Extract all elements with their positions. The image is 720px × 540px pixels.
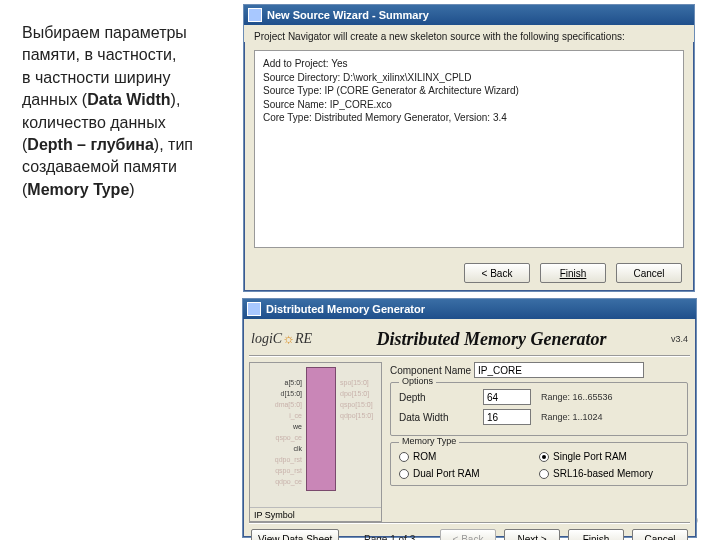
divider [249,355,690,356]
pin-label: dpo[15:0] [340,390,369,397]
generator-version: v3.4 [671,334,688,344]
radio-icon [399,469,409,479]
logicore-logo: logiC☼RE [251,331,312,347]
finish-button[interactable]: Finish [540,263,606,283]
pin-label: qdpo_ce [252,478,302,485]
pin-label: qdpo[15:0] [340,412,373,419]
data-width-range: Range: 1..1024 [541,412,603,422]
pin-label: i_ce [252,412,302,419]
view-datasheet-button[interactable]: View Data Sheet [251,529,339,540]
radio-dual-port[interactable]: Dual Port RAM [399,468,539,479]
pin-label: qspo_rst [252,467,302,474]
cancel-button[interactable]: Cancel [616,263,682,283]
radio-rom[interactable]: ROM [399,451,539,462]
wizard-info-box: Add to Project: Yes Source Directory: D:… [254,50,684,248]
wizard-title: New Source Wizard - Summary [267,9,429,21]
pin-label: clk [252,445,302,452]
pin-label: qspo_ce [252,434,302,441]
memory-type-group: Memory Type ROM Single Port RAM Dual Por… [390,442,688,486]
generator-heading: Distributed Memory Generator [312,329,671,350]
window-icon [248,8,262,22]
memory-generator-window: Distributed Memory Generator logiC☼RE Di… [242,298,697,538]
wizard-titlebar[interactable]: New Source Wizard - Summary [244,5,694,25]
radio-icon [399,452,409,462]
back-button[interactable]: < Back [464,263,530,283]
ip-symbol-tab[interactable]: IP Symbol [250,507,381,521]
window-icon [247,302,261,316]
depth-label: Depth [399,392,483,403]
pin-label: dma[5:0] [252,401,302,408]
data-width-label: Data Width [399,412,483,423]
radio-srl16[interactable]: SRL16-based Memory [539,468,679,479]
info-line: Core Type: Distributed Memory Generator,… [263,111,675,125]
page-indicator: Page 1 of 3 [347,534,432,541]
component-name-label: Component Name [390,365,474,376]
memory-type-legend: Memory Type [399,436,459,446]
pin-label: we [252,423,302,430]
pin-label: spo[15:0] [340,379,369,386]
generator-options: Component Name Options Depth Range: 16..… [384,358,696,522]
gen-next-button[interactable]: Next > [504,529,560,540]
info-line: Source Type: IP (CORE Generator & Archit… [263,84,675,98]
radio-icon [539,469,549,479]
generator-titlebar[interactable]: Distributed Memory Generator [243,299,696,319]
wizard-summary-text: Project Navigator will create a new skel… [244,25,694,42]
depth-input[interactable] [483,389,531,405]
gen-finish-button[interactable]: Finish [568,529,624,540]
options-legend: Options [399,376,436,386]
divider [249,522,690,523]
pin-label: qdpo_rst [252,456,302,463]
ip-symbol-canvas: a[5:0] d[15:0] dma[5:0] i_ce we qspo_ce … [250,363,381,507]
gen-back-button[interactable]: < Back [440,529,496,540]
pin-label: d[15:0] [252,390,302,397]
radio-icon [539,452,549,462]
options-group: Options Depth Range: 16..65536 Data Widt… [390,382,688,436]
gen-cancel-button[interactable]: Cancel [632,529,688,540]
pin-label: a[5:0] [252,379,302,386]
info-line: Source Name: IP_CORE.xco [263,98,675,112]
depth-range: Range: 16..65536 [541,392,613,402]
component-name-input[interactable] [474,362,644,378]
info-line: Source Directory: D:\work_xilinx\XILINX_… [263,71,675,85]
info-line: Add to Project: Yes [263,57,675,71]
description-text: Выбираем параметры памяти, в частности, … [22,22,222,201]
new-source-wizard-window: New Source Wizard - Summary Project Navi… [243,4,695,292]
ip-symbol-panel: a[5:0] d[15:0] dma[5:0] i_ce we qspo_ce … [249,362,382,522]
chip-body [306,367,336,491]
generator-window-title: Distributed Memory Generator [266,303,425,315]
pin-label: qspo[15:0] [340,401,373,408]
radio-single-port[interactable]: Single Port RAM [539,451,679,462]
data-width-input[interactable] [483,409,531,425]
